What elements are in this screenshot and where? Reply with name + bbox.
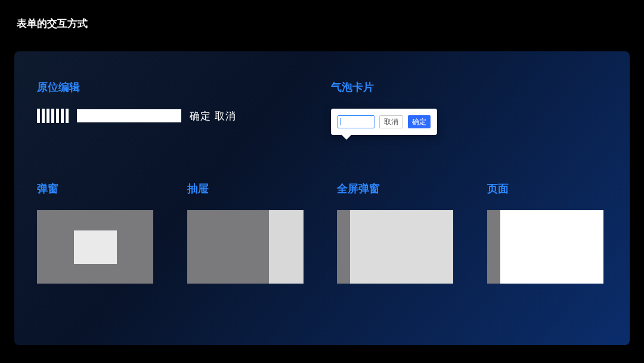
section-title-popover: 气泡卡片 <box>331 80 607 94</box>
bottom-row: 弹窗 抽屉 全屏弹窗 页面 <box>37 182 607 284</box>
popover-card: 取消 确定 <box>331 109 437 135</box>
section-title-fullscreen: 全屏弹窗 <box>337 182 457 196</box>
thumb-fullscreen <box>337 210 453 284</box>
thumb-page <box>487 210 603 284</box>
thumb-drawer <box>187 210 304 284</box>
inline-confirm-label[interactable]: 确定 <box>190 110 211 122</box>
confirm-button[interactable]: 确定 <box>408 115 431 128</box>
popover-input[interactable] <box>338 115 374 128</box>
thumb-page-content <box>500 210 603 284</box>
section-inline-edit: 原位编辑 确定 取消 <box>37 80 313 135</box>
main-panel: 原位编辑 确定 取消 气泡卡片 取消 确定 <box>14 51 630 345</box>
section-title-modal: 弹窗 <box>37 182 157 196</box>
thumb-modal-inner <box>74 230 117 264</box>
section-modal: 弹窗 <box>37 182 157 284</box>
thumb-modal <box>37 210 153 284</box>
inline-cancel-label[interactable]: 取消 <box>215 110 236 122</box>
section-page: 页面 <box>487 182 608 284</box>
top-row: 原位编辑 确定 取消 气泡卡片 取消 确定 <box>37 80 607 135</box>
inline-actions: 确定 取消 <box>190 109 236 123</box>
section-popover: 气泡卡片 取消 确定 <box>331 80 607 135</box>
thumb-page-sidebar <box>487 210 500 284</box>
cancel-button[interactable]: 取消 <box>379 115 403 128</box>
section-drawer: 抽屉 <box>187 182 308 284</box>
thumb-drawer-inner <box>269 210 304 284</box>
page-title: 表单的交互方式 <box>0 0 644 30</box>
section-title-inline: 原位编辑 <box>37 80 313 94</box>
inline-input[interactable] <box>77 109 181 122</box>
section-fullscreen: 全屏弹窗 <box>337 182 457 284</box>
section-title-page: 页面 <box>487 182 608 196</box>
section-title-drawer: 抽屉 <box>187 182 308 196</box>
thumb-fullscreen-inner <box>350 210 453 284</box>
stripes-icon <box>37 109 69 123</box>
inline-edit-demo: 确定 取消 <box>37 109 313 123</box>
